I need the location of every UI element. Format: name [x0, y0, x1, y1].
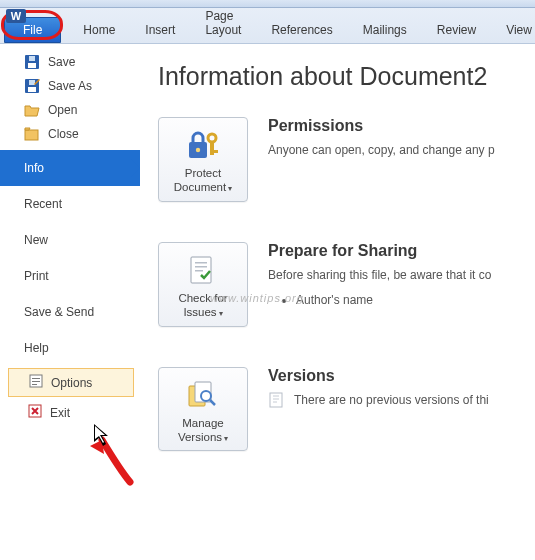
- svg-rect-20: [195, 262, 207, 264]
- svg-rect-6: [28, 87, 36, 92]
- svg-rect-27: [270, 393, 282, 407]
- ribbon-tabs: File Home Insert Page Layout References …: [0, 8, 535, 44]
- save-as-icon: [24, 78, 40, 94]
- permissions-desc: Anyone can open, copy, and change any p: [268, 141, 535, 159]
- backstage-content: Information about Document2 Protect Docu…: [140, 44, 535, 560]
- file-op-label: Save: [48, 55, 75, 69]
- tab-review[interactable]: Review: [425, 17, 488, 43]
- check-for-issues-button[interactable]: Check for Issues▾: [158, 242, 248, 327]
- word-app-icon: W: [6, 6, 26, 26]
- lock-key-icon: [183, 128, 223, 162]
- svg-text:W: W: [11, 10, 22, 22]
- open-folder-icon: [24, 102, 40, 118]
- backstage-view: Save Save As Open Close Info Recent New …: [0, 44, 535, 560]
- nav-print[interactable]: Print: [0, 258, 140, 294]
- exit-icon: [28, 404, 42, 421]
- save-icon: [24, 54, 40, 70]
- title-bar: [0, 0, 535, 8]
- svg-rect-17: [210, 141, 214, 155]
- svg-rect-22: [195, 270, 203, 272]
- sharing-issues-list: Author's name: [268, 290, 535, 310]
- svg-rect-18: [214, 150, 218, 153]
- svg-rect-11: [32, 381, 40, 382]
- nav-recent[interactable]: Recent: [0, 186, 140, 222]
- file-op-label: Open: [48, 103, 77, 117]
- protect-document-button[interactable]: Protect Document▾: [158, 117, 248, 202]
- tab-mailings[interactable]: Mailings: [351, 17, 419, 43]
- svg-rect-7: [29, 80, 35, 85]
- svg-point-16: [208, 134, 216, 142]
- versions-icon: [183, 378, 223, 412]
- manage-versions-button[interactable]: Manage Versions▾: [158, 367, 248, 452]
- list-item: Author's name: [296, 290, 535, 310]
- nav-help[interactable]: Help: [0, 330, 140, 366]
- nav-info[interactable]: Info: [0, 150, 140, 186]
- exit-label: Exit: [50, 406, 70, 420]
- svg-point-15: [196, 148, 200, 152]
- permissions-title: Permissions: [268, 117, 535, 135]
- sharing-title: Prepare for Sharing: [268, 242, 535, 260]
- manage-versions-label: Manage Versions▾: [178, 416, 228, 445]
- tab-home[interactable]: Home: [71, 17, 127, 43]
- file-op-save-as[interactable]: Save As: [0, 74, 140, 98]
- tab-page-layout[interactable]: Page Layout: [193, 3, 253, 43]
- sharing-desc: Before sharing this file, be aware that …: [268, 266, 535, 284]
- section-permissions: Protect Document▾ Permissions Anyone can…: [158, 117, 535, 202]
- tab-view[interactable]: View: [494, 17, 535, 43]
- no-versions-icon: [268, 391, 286, 409]
- versions-desc: There are no previous versions of thi: [294, 391, 489, 409]
- backstage-sidebar: Save Save As Open Close Info Recent New …: [0, 44, 140, 560]
- page-title: Information about Document2: [158, 62, 535, 91]
- options-icon: [29, 374, 43, 391]
- options-label: Options: [51, 376, 92, 390]
- close-folder-icon: [24, 126, 40, 142]
- file-op-save[interactable]: Save: [0, 50, 140, 74]
- nav-exit[interactable]: Exit: [8, 399, 134, 426]
- file-op-label: Close: [48, 127, 79, 141]
- nav-options[interactable]: Options: [8, 368, 134, 397]
- inspect-document-icon: [183, 253, 223, 287]
- file-op-label: Save As: [48, 79, 92, 93]
- backstage-nav: Info Recent New Print Save & Send Help: [0, 150, 140, 366]
- nav-save-send[interactable]: Save & Send: [0, 294, 140, 330]
- tab-insert[interactable]: Insert: [133, 17, 187, 43]
- svg-rect-10: [32, 378, 40, 379]
- file-op-open[interactable]: Open: [0, 98, 140, 122]
- check-for-issues-label: Check for Issues▾: [178, 291, 227, 320]
- section-sharing: Check for Issues▾ Prepare for Sharing Be…: [158, 242, 535, 327]
- svg-line-26: [210, 400, 215, 405]
- file-op-close[interactable]: Close: [0, 122, 140, 146]
- svg-rect-4: [29, 56, 35, 61]
- svg-rect-12: [32, 384, 37, 385]
- svg-rect-3: [28, 63, 36, 68]
- section-versions: Manage Versions▾ Versions There are no p…: [158, 367, 535, 452]
- versions-title: Versions: [268, 367, 535, 385]
- svg-rect-21: [195, 266, 207, 268]
- protect-document-label: Protect Document▾: [174, 166, 232, 195]
- svg-rect-8: [25, 130, 38, 140]
- nav-new[interactable]: New: [0, 222, 140, 258]
- tab-references[interactable]: References: [259, 17, 344, 43]
